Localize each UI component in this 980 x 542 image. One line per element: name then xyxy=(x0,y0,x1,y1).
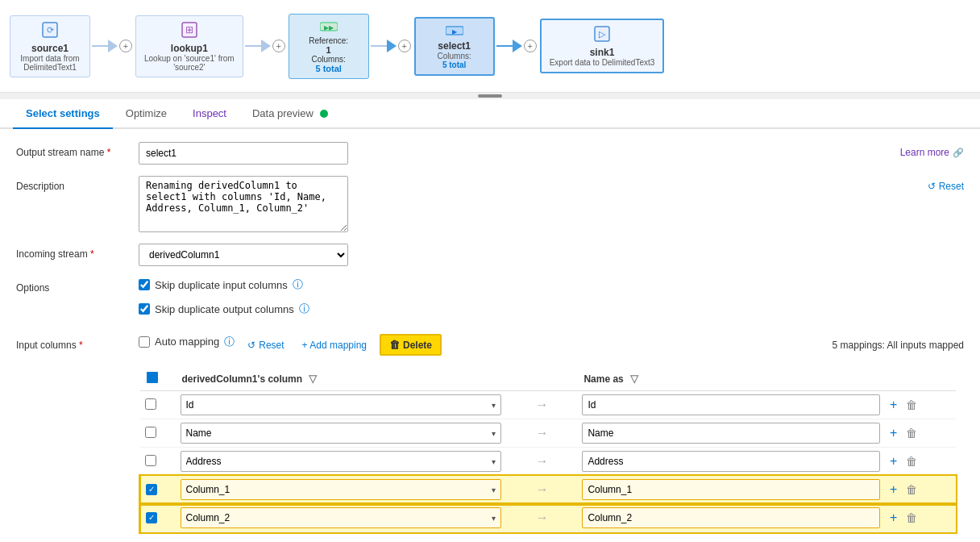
source-dd-arrow-4[interactable]: ▾ xyxy=(487,514,500,523)
mapping-arrow-3: → xyxy=(535,482,548,496)
select1-icon: ▶ xyxy=(446,23,463,40)
skip-output-info-icon[interactable]: ⓘ xyxy=(299,302,309,316)
learn-more-link[interactable]: Learn more 🔗 xyxy=(900,142,964,158)
row-checkbox-4[interactable] xyxy=(146,512,157,523)
skip-input-info-icon[interactable]: ⓘ xyxy=(293,277,303,292)
svg-text:▷: ▷ xyxy=(599,29,606,39)
add-mapping-btn[interactable]: + Add mapping xyxy=(297,337,372,353)
output-stream-input[interactable] xyxy=(139,142,348,165)
source-input-3[interactable] xyxy=(181,482,488,497)
incoming-stream-select[interactable]: derivedColumn1 xyxy=(139,244,348,266)
source-select-4[interactable]: ▾ xyxy=(181,507,502,528)
meta-cols-value: 5 total xyxy=(315,64,341,73)
name-as-input-3[interactable] xyxy=(582,479,880,500)
description-textarea[interactable]: Renaming derivedColumn1 to select1 with … xyxy=(139,176,348,232)
table-row: ▾ → + 🗑 xyxy=(140,448,957,476)
row-checkbox-2[interactable] xyxy=(145,455,156,466)
source-dd-arrow-1[interactable]: ▾ xyxy=(487,429,500,438)
description-reset-btn[interactable]: ↺ Reset xyxy=(928,176,964,192)
add-row-btn-4[interactable]: + xyxy=(890,511,897,524)
source-select-1[interactable]: ▾ xyxy=(181,423,502,444)
delete-row-btn-1[interactable]: 🗑 xyxy=(906,427,917,440)
delete-row-btn-2[interactable]: 🗑 xyxy=(906,455,917,468)
add-node-btn-2[interactable]: + xyxy=(272,40,285,52)
delete-row-btn-4[interactable]: 🗑 xyxy=(906,511,917,524)
select1-sub2: 5 total xyxy=(442,60,466,69)
auto-mapping-row: Auto mapping ⓘ xyxy=(139,335,235,349)
pipeline-node-select1[interactable]: ▶ select1 Columns: 5 total xyxy=(414,17,495,76)
pipeline-node-lookup1[interactable]: ⊞ lookup1 Lookup on 'source1' from 'sour… xyxy=(135,15,243,77)
source-select-3[interactable]: ▾ xyxy=(181,479,502,500)
delete-row-btn-3[interactable]: 🗑 xyxy=(906,483,917,496)
skip-duplicate-output-checkbox[interactable] xyxy=(139,303,150,315)
source-dd-arrow-0[interactable]: ▾ xyxy=(487,401,500,410)
output-stream-control xyxy=(139,142,878,165)
source-input-2[interactable] xyxy=(181,454,488,469)
source-input-1[interactable] xyxy=(181,426,488,440)
tab-inspect[interactable]: Inspect xyxy=(180,99,239,129)
add-row-btn-1[interactable]: + xyxy=(890,426,897,440)
name-as-input-4[interactable] xyxy=(582,507,880,528)
source-dd-arrow-2[interactable]: ▾ xyxy=(487,457,500,466)
incoming-stream-label: Incoming stream * xyxy=(16,244,129,260)
svg-text:⊞: ⊞ xyxy=(185,24,193,35)
skip-duplicate-input-row: Skip duplicate input columns ⓘ xyxy=(139,277,964,292)
tab-select-settings[interactable]: Select settings xyxy=(13,99,113,129)
node-box-select1[interactable]: ▶ select1 Columns: 5 total xyxy=(414,17,495,76)
pipeline-node-sink1[interactable]: ▷ sink1 Export data to DelimitedText3 xyxy=(540,19,665,73)
auto-mapping-label: Auto mapping xyxy=(155,336,219,348)
skip-duplicate-input-checkbox[interactable] xyxy=(139,279,150,290)
auto-mapping-checkbox[interactable] xyxy=(139,336,150,348)
tab-data-preview[interactable]: Data preview xyxy=(239,99,341,129)
name-as-input-2[interactable] xyxy=(582,451,880,472)
skip-duplicate-input-label: Skip duplicate input columns xyxy=(155,279,288,291)
node-box-lookup1[interactable]: ⊞ lookup1 Lookup on 'source1' from 'sour… xyxy=(135,15,243,77)
pipeline-node-source1[interactable]: ⟳ source1 Import data from DelimitedText… xyxy=(10,15,90,77)
source-input-4[interactable] xyxy=(181,511,488,525)
delete-row-btn-0[interactable]: 🗑 xyxy=(906,398,917,411)
reset-mapping-btn[interactable]: ↺ Reset xyxy=(243,337,289,353)
row-checkbox-1[interactable] xyxy=(145,427,156,438)
pipeline-node-meta: ▶▶ Reference: 1 Columns: 5 total xyxy=(289,14,369,79)
source-filter-icon[interactable]: ▽ xyxy=(309,373,317,385)
skip-duplicate-output-row: Skip duplicate output columns ⓘ xyxy=(139,302,964,316)
source-select-2[interactable]: ▾ xyxy=(181,451,502,472)
lookup1-icon: ⊞ xyxy=(181,21,198,43)
row-checkbox-3[interactable] xyxy=(146,484,157,495)
source-dd-arrow-3[interactable]: ▾ xyxy=(487,486,500,494)
add-node-btn-1[interactable]: + xyxy=(119,40,132,52)
output-stream-label: Output stream name * xyxy=(16,142,129,158)
add-node-btn-4[interactable]: + xyxy=(524,40,537,52)
add-row-btn-0[interactable]: + xyxy=(890,398,897,411)
name-as-input-1[interactable] xyxy=(582,423,880,444)
source-input-0[interactable] xyxy=(181,398,488,412)
delete-mapping-btn[interactable]: 🗑 Delete xyxy=(380,334,442,356)
add-node-btn-3[interactable]: + xyxy=(398,40,411,52)
mapping-arrow-4: → xyxy=(535,511,548,524)
reset-mapping-icon: ↺ xyxy=(247,340,255,351)
reset-icon: ↺ xyxy=(928,181,936,192)
source-column-header: derivedColumn1's column ▽ xyxy=(176,367,507,391)
select1-sub: Columns: xyxy=(438,52,471,60)
node-box-source1[interactable]: ⟳ source1 Import data from DelimitedText… xyxy=(10,15,90,77)
row-checkbox-0[interactable] xyxy=(145,398,156,410)
node-box-sink1[interactable]: ▷ sink1 Export data to DelimitedText3 xyxy=(540,19,665,73)
collapse-handle[interactable] xyxy=(0,93,980,99)
actions-header xyxy=(885,367,956,391)
tab-optimize[interactable]: Optimize xyxy=(113,99,180,129)
select-all-header xyxy=(140,367,176,391)
source-select-0[interactable]: ▾ xyxy=(181,394,502,415)
add-row-btn-2[interactable]: + xyxy=(890,454,897,468)
svg-text:⟳: ⟳ xyxy=(47,25,54,35)
name-as-input-0[interactable] xyxy=(582,394,880,415)
tab-bar: Select settings Optimize Inspect Data pr… xyxy=(0,99,980,129)
mapping-table: derivedColumn1's column ▽ Name as ▽ xyxy=(139,367,956,532)
name-as-filter-icon[interactable]: ▽ xyxy=(630,373,638,385)
auto-mapping-info-icon[interactable]: ⓘ xyxy=(224,335,235,349)
sink1-icon: ▷ xyxy=(593,25,611,47)
connector-4: + xyxy=(496,40,538,52)
select-all-icon[interactable] xyxy=(147,372,158,383)
connector-2: + xyxy=(245,40,287,52)
add-row-btn-3[interactable]: + xyxy=(890,482,897,496)
table-row: ▾ → + 🗑 xyxy=(140,504,957,532)
